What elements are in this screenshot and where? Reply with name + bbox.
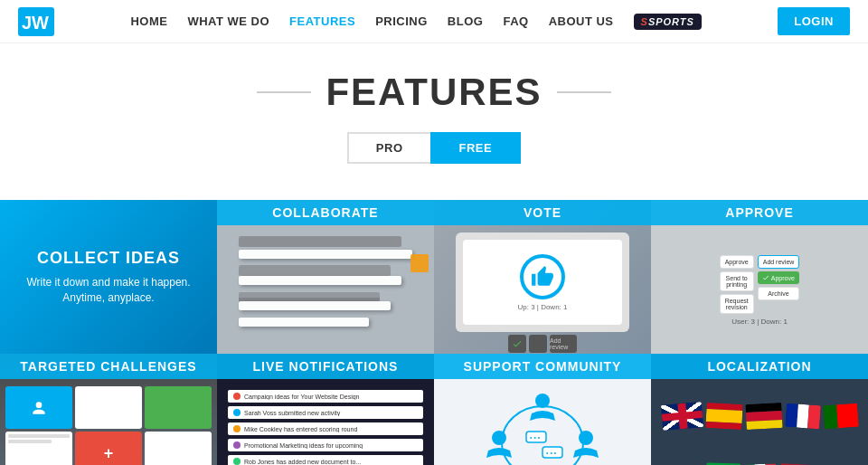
header: JW HOME WHAT WE DO FEATURES PRICING BLOG… [0, 0, 868, 43]
support-community-label: SUPPORT COMMUNITY [434, 354, 651, 379]
nav-features[interactable]: FEATURES [289, 14, 355, 28]
svg-point-4 [535, 394, 550, 408]
nav-faq[interactable]: FAQ [503, 14, 528, 28]
tab-free[interactable]: FREE [430, 132, 522, 164]
main-nav: HOME WHAT WE DO FEATURES PRICING BLOG FA… [130, 14, 702, 30]
svg-text:JW: JW [22, 13, 49, 33]
nav-home[interactable]: HOME [130, 14, 167, 28]
nav-sports[interactable]: SSPORTS [634, 14, 702, 30]
feature-approve: APPROVE Approve Send toprinting Requestr… [651, 200, 868, 354]
live-notifications-label: LIVE NOTIFICATIONS [217, 354, 434, 379]
feature-live-notifications: LIVE NOTIFICATIONS Campaign ideas for Yo… [217, 354, 434, 465]
nav-pricing[interactable]: PRICING [375, 14, 428, 28]
localization-label: LOCALIZATION [651, 354, 868, 379]
collaborate-label: COLLABORATE [217, 200, 434, 225]
page-title: FEATURES [18, 71, 850, 114]
targeted-label: TARGETED CHALLENGES [0, 354, 217, 379]
svg-text:• • •: • • • [530, 434, 541, 441]
logo[interactable]: JW [18, 7, 54, 36]
feature-targeted-challenges: TARGETED CHALLENGES + [0, 354, 217, 465]
hero-section: FEATURES PRO FREE [0, 43, 868, 182]
tab-pro[interactable]: PRO [347, 132, 430, 164]
vote-label: VOTE [434, 200, 651, 225]
svg-text:• • •: • • • [546, 450, 557, 456]
nav-what-we-do[interactable]: WHAT WE DO [187, 14, 269, 28]
features-grid: COLLECT IDEAS Write it down and make it … [0, 200, 868, 465]
feature-localization: LOCALIZATION [651, 354, 868, 465]
collect-ideas-title: COLLECT IDEAS [9, 249, 208, 268]
feature-support-community: SUPPORT COMMUNITY • • • [434, 354, 651, 465]
nav-blog[interactable]: BLOG [448, 14, 484, 28]
svg-point-7 [492, 431, 506, 445]
approve-label: APPROVE [651, 200, 868, 225]
svg-point-5 [579, 431, 593, 445]
login-button[interactable]: LOGIN [778, 7, 850, 35]
svg-point-2 [36, 402, 42, 408]
collect-ideas-subtitle: Write it down and make it happen. Anytim… [9, 275, 208, 306]
feature-vote: VOTE Up: 3 | Down: 1 [434, 200, 651, 354]
feature-collect-ideas: COLLECT IDEAS Write it down and make it … [0, 200, 217, 354]
nav-about-us[interactable]: ABOUT US [549, 14, 614, 28]
feature-collaborate: COLLABORATE [217, 200, 434, 354]
feature-tabs: PRO FREE [18, 132, 850, 164]
